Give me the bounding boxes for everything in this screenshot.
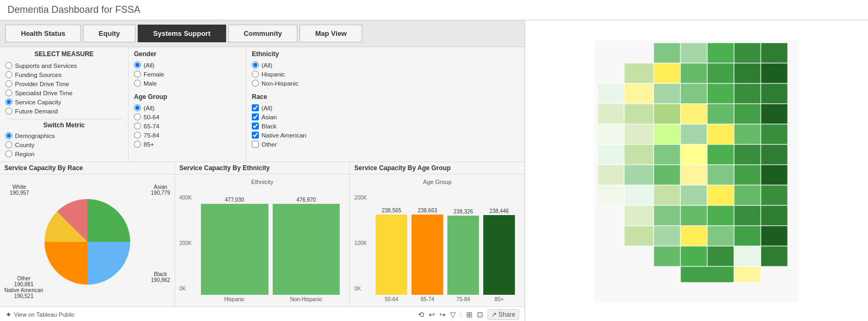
svg-rect-36 xyxy=(680,144,707,165)
svg-rect-57 xyxy=(707,205,734,226)
back-icon[interactable]: ↩ xyxy=(429,310,435,319)
svg-rect-60 xyxy=(624,226,654,246)
svg-rect-69 xyxy=(734,246,761,266)
switch-option-2[interactable]: Region xyxy=(5,149,123,158)
measure-option-2[interactable]: Provider Drive Time xyxy=(5,79,123,88)
view-tableau-link[interactable]: ✦ View on Tableau Public xyxy=(5,310,74,319)
undo-icon[interactable]: ⟲ xyxy=(418,310,424,319)
age-group-title: Age Group xyxy=(134,93,241,101)
svg-rect-52 xyxy=(734,185,761,205)
svg-rect-38 xyxy=(734,144,761,165)
pie-segment-asian xyxy=(87,242,130,285)
nav-tabs: Health Status Equity Systems Support Com… xyxy=(0,20,525,47)
indiana-map-svg xyxy=(595,40,798,302)
svg-rect-24 xyxy=(734,104,761,124)
bar-65-74: 238,663 65-74 xyxy=(411,208,443,302)
svg-rect-20 xyxy=(624,104,654,124)
age-all[interactable]: (All) xyxy=(134,103,241,112)
ethnicity-y-axis: 400K 200K 0K xyxy=(179,186,192,294)
race-black[interactable]: Black xyxy=(252,121,519,131)
legend-asian: Asian 190,779 xyxy=(151,184,170,196)
download-icon[interactable]: ⊡ xyxy=(477,310,483,319)
tab-health-status[interactable]: Health Status xyxy=(5,25,81,42)
svg-rect-50 xyxy=(680,185,707,205)
indiana-map xyxy=(527,22,866,320)
svg-rect-18 xyxy=(761,83,788,104)
svg-rect-51 xyxy=(707,185,734,205)
svg-rect-8 xyxy=(680,63,707,83)
tab-map-view[interactable]: Map View xyxy=(300,25,362,42)
share-button[interactable]: ↗ Share xyxy=(488,309,519,320)
switch-option-1[interactable]: County xyxy=(5,140,123,149)
pie-segment-black xyxy=(44,242,87,285)
measure-option-1[interactable]: Funding Sources xyxy=(5,70,123,79)
gender-all[interactable]: (All) xyxy=(134,60,241,70)
bar-85plus: 238,446 85+ xyxy=(483,208,515,302)
svg-rect-34 xyxy=(624,144,654,165)
tab-equity[interactable]: Equity xyxy=(83,25,136,42)
switch-title: Switch Metric xyxy=(5,121,123,129)
svg-rect-23 xyxy=(707,104,734,124)
legend-black: Black 190,862 xyxy=(151,271,170,283)
svg-rect-35 xyxy=(654,144,680,165)
svg-rect-5 xyxy=(761,43,788,63)
bar-non-hispanic: 476,970 Non-Hispanic xyxy=(273,197,340,302)
ethnicity-all[interactable]: (All) xyxy=(252,60,519,70)
measure-option-0[interactable]: Supports and Services xyxy=(5,61,123,70)
svg-rect-19 xyxy=(597,104,624,124)
age-75-84[interactable]: 75-84 xyxy=(134,131,241,140)
measure-option-3[interactable]: Specialist Drive Time xyxy=(5,88,123,97)
svg-rect-72 xyxy=(734,266,761,282)
forward-icon[interactable]: ↪ xyxy=(439,310,446,319)
dropdown-icon[interactable]: ▽ xyxy=(450,310,456,319)
svg-rect-30 xyxy=(707,124,734,144)
svg-rect-12 xyxy=(597,83,624,104)
tab-systems-support[interactable]: Systems Support xyxy=(138,25,226,42)
age-85plus[interactable]: 85+ xyxy=(134,140,241,149)
age-65-74[interactable]: 65-74 xyxy=(134,121,241,131)
svg-rect-65 xyxy=(761,226,788,246)
legend-white: White 190,957 xyxy=(10,184,29,196)
svg-rect-43 xyxy=(680,165,707,185)
svg-rect-33 xyxy=(597,144,624,165)
svg-rect-4 xyxy=(734,43,761,63)
svg-rect-1 xyxy=(654,43,680,63)
svg-rect-64 xyxy=(734,226,761,246)
svg-rect-62 xyxy=(680,226,707,246)
ethnicity-non-hispanic[interactable]: Non-Hispanic xyxy=(252,79,519,88)
gender-male[interactable]: Male xyxy=(134,79,241,88)
map-panel xyxy=(525,20,868,321)
race-all[interactable]: (All) xyxy=(252,103,519,112)
bar-50-64: 238,565 50-64 xyxy=(376,208,407,302)
pie-segment-white xyxy=(87,199,130,242)
age-bar-chart: 200K 100K 0K 238,565 50-64 238,663 xyxy=(354,186,520,304)
svg-rect-47 xyxy=(597,185,624,205)
svg-rect-3 xyxy=(707,43,734,63)
pie-chart xyxy=(34,188,141,295)
race-native-american[interactable]: Native American xyxy=(252,131,519,140)
svg-rect-31 xyxy=(734,124,761,144)
select-measure-panel: SELECT MEASURE Supports and Services Fun… xyxy=(0,47,129,162)
ethnicity-hispanic[interactable]: Hispanic xyxy=(252,70,519,79)
switch-option-0[interactable]: Demographics xyxy=(5,131,123,140)
svg-rect-58 xyxy=(734,205,761,226)
age-50-64[interactable]: 50-64 xyxy=(134,112,241,121)
legend-other: Other 190,881 Native American 190,521 xyxy=(4,276,43,299)
race-title: Race xyxy=(252,93,519,101)
measure-option-5[interactable]: Future Demand xyxy=(5,106,123,116)
svg-rect-26 xyxy=(597,124,624,144)
svg-rect-25 xyxy=(761,104,788,124)
svg-rect-48 xyxy=(624,185,654,205)
svg-rect-16 xyxy=(707,83,734,104)
fullscreen-icon[interactable]: ⊞ xyxy=(466,310,473,319)
svg-rect-6 xyxy=(624,63,654,83)
measure-option-4[interactable]: Service Capacity xyxy=(5,97,123,106)
race-asian[interactable]: Asian xyxy=(252,112,519,121)
tab-community[interactable]: Community xyxy=(228,25,298,42)
chart-age-header: Service Capacity By Age Group xyxy=(350,162,525,174)
svg-rect-27 xyxy=(624,124,654,144)
gender-female[interactable]: Female xyxy=(134,70,241,79)
race-other[interactable]: Other xyxy=(252,140,519,149)
svg-rect-28 xyxy=(654,124,680,144)
ethnicity-chart-section: Ethnicity 400K 200K 0K 477,030 His xyxy=(175,174,350,307)
